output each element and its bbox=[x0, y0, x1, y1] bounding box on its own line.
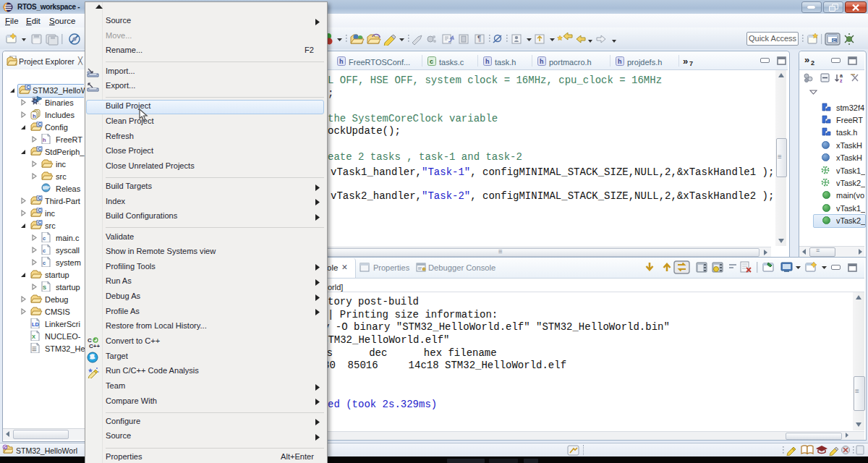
svg-text:C: C bbox=[38, 195, 42, 200]
svg-text:z: z bbox=[840, 78, 843, 83]
svg-text:C: C bbox=[38, 220, 42, 225]
svg-text:c: c bbox=[430, 58, 433, 65]
svg-text:LD: LD bbox=[32, 321, 40, 328]
svg-text:C: C bbox=[833, 38, 836, 43]
svg-text:C++: C++ bbox=[89, 343, 100, 349]
svg-text:h: h bbox=[540, 58, 544, 65]
svg-text:c: c bbox=[43, 260, 46, 266]
svg-text:c: c bbox=[43, 247, 46, 254]
svg-text:h: h bbox=[43, 137, 46, 143]
svg-text:c: c bbox=[43, 235, 46, 242]
svg-text:¶: ¶ bbox=[477, 35, 481, 43]
svg-text:10: 10 bbox=[33, 95, 36, 99]
svg-text:C: C bbox=[38, 122, 42, 127]
svg-text:X: X bbox=[32, 334, 35, 340]
svg-text:h: h bbox=[618, 58, 622, 65]
svg-text:h: h bbox=[33, 113, 36, 119]
svg-text:h: h bbox=[485, 58, 490, 65]
svg-text:C: C bbox=[38, 146, 42, 151]
svg-text:S: S bbox=[43, 284, 46, 291]
svg-text:C: C bbox=[4, 446, 8, 450]
svg-text:h: h bbox=[339, 58, 344, 65]
svg-text:☰: ☰ bbox=[32, 346, 37, 352]
svg-text:C: C bbox=[27, 85, 30, 90]
svg-text:C: C bbox=[38, 208, 42, 213]
svg-text:a: a bbox=[840, 73, 843, 78]
